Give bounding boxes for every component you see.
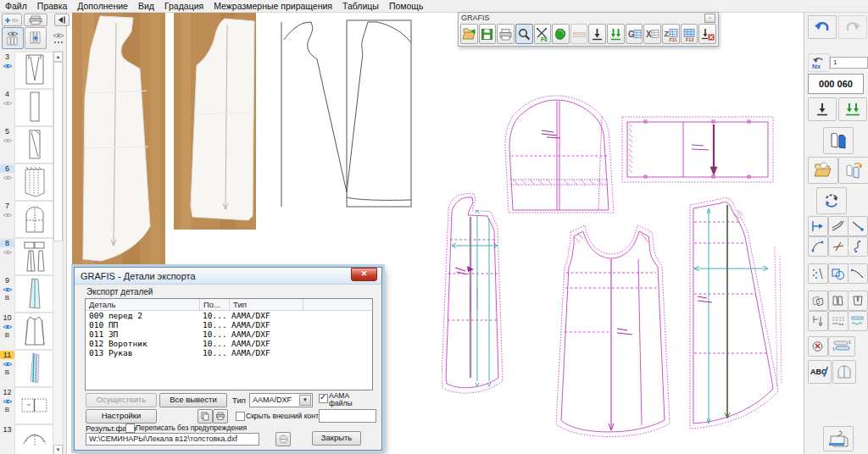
ruler-button[interactable] [570, 24, 588, 44]
piece-item-9[interactable]: 9 B [0, 274, 54, 312]
piece-item-8[interactable]: 8 [0, 237, 54, 274]
piece-thumbnail[interactable] [14, 163, 54, 201]
overwrite-checkbox[interactable] [125, 424, 135, 433]
visibility-eye-icon[interactable] [3, 361, 13, 368]
menu-edit[interactable]: Правка [32, 0, 72, 12]
show-all-pieces-button[interactable] [2, 27, 24, 49]
spline-tool[interactable] [848, 236, 868, 257]
piece-thumbnail[interactable] [14, 387, 54, 424]
piece-thumbnail[interactable] [14, 89, 54, 126]
piece-dart-tool[interactable] [848, 291, 868, 311]
undo-button[interactable] [808, 15, 837, 39]
table-row[interactable]: 011 ЗП10...AAMA/DXF [86, 329, 372, 339]
execute-output-button[interactable]: Осуществить вывод [86, 393, 157, 407]
scrollbar-thumb[interactable] [53, 62, 63, 241]
print-list-button[interactable] [24, 14, 47, 26]
visibility-eye-icon[interactable] [3, 212, 13, 219]
piece-thumbnail[interactable] [14, 350, 54, 387]
column-pos[interactable]: По... [200, 299, 230, 310]
menu-grading[interactable]: Градация [159, 0, 209, 12]
piece-thumbnail[interactable] [14, 201, 54, 238]
table-row[interactable]: 013 Рукав10...AAMA/DXF [86, 348, 372, 357]
menu-view[interactable]: Вид [133, 0, 159, 12]
f12-table-button[interactable]: F12 [681, 24, 698, 44]
parallel-curves-tool[interactable] [828, 216, 849, 236]
save-button[interactable] [479, 24, 497, 44]
close-dialog-button[interactable]: Закрыть [312, 431, 361, 446]
dialog-titlebar[interactable]: GRAFIS - Детали экспорта ✕ [75, 268, 381, 285]
visibility-eye-icon[interactable] [3, 63, 13, 69]
menu-tables[interactable]: Таблицы [337, 0, 384, 12]
layer-order-tool[interactable] [828, 336, 855, 357]
menu-file[interactable]: Файл [0, 0, 32, 12]
menu-intersize[interactable]: Межразмерные приращения [209, 0, 337, 12]
table-row[interactable]: 009 перед 210...AAMA/DXF [86, 311, 372, 320]
column-type[interactable]: Тип [230, 299, 303, 310]
print-button[interactable] [497, 24, 515, 44]
plot-button[interactable] [823, 426, 854, 451]
piece-rotate-tool[interactable] [808, 291, 828, 311]
export-details-table[interactable]: Деталь По... Тип 009 перед 210...AAMA/DX… [85, 298, 373, 390]
show-more-options-button[interactable] [47, 27, 70, 49]
piece-item-10[interactable]: 10 B [0, 312, 54, 349]
piece-pleat-tool[interactable] [828, 291, 849, 311]
piece-thumbnail[interactable] [14, 424, 54, 454]
seam-lines-tool[interactable] [828, 311, 849, 331]
measure-tool[interactable] [808, 311, 828, 331]
piece-item-11[interactable]: 11 B [0, 349, 54, 386]
visibility-eye-icon[interactable] [3, 100, 13, 107]
table-row[interactable]: 010 ПП10...AAMA/DXF [86, 320, 372, 329]
type-dropdown[interactable]: AAMA/DXF▼ [249, 393, 313, 407]
piece-outline-tool[interactable] [832, 360, 856, 384]
hide-outer-contour-checkbox[interactable] [236, 412, 245, 421]
export-single-button[interactable] [588, 24, 606, 44]
scroll-down-button[interactable]: ▼ [53, 445, 63, 454]
delete-piece-tool[interactable] [808, 336, 828, 357]
construction-drawing[interactable] [274, 12, 435, 213]
show-marked-pieces-button[interactable] [25, 27, 47, 49]
column-detail[interactable]: Деталь [86, 299, 200, 310]
piece-item-3[interactable]: 3 [0, 51, 54, 88]
visibility-eye-icon[interactable] [3, 249, 13, 256]
add-view-button[interactable] [2, 14, 22, 26]
piece-item-4[interactable]: 4 [0, 88, 54, 125]
visibility-eye-icon[interactable] [3, 137, 13, 144]
result-path-input[interactable]: W:\СЕМИНАРЫ\Лекала в12\толстовка.dxf [86, 433, 259, 446]
point-on-line-tool[interactable] [808, 216, 828, 236]
arc-points-tool[interactable] [808, 236, 828, 257]
text-tool[interactable]: ABC [808, 360, 832, 384]
piece-button[interactable] [552, 24, 570, 44]
insert-all-button[interactable] [838, 97, 867, 121]
line-point-tool[interactable] [848, 216, 868, 236]
copy-piece-button[interactable] [838, 157, 868, 184]
pattern-piece-front[interactable] [549, 222, 672, 442]
pattern-photo-front[interactable] [72, 13, 165, 264]
settings-button[interactable]: Настройки [86, 409, 157, 424]
export-all-button[interactable] [607, 24, 625, 44]
redo-button[interactable] [838, 15, 867, 39]
table-row[interactable]: 012 Воротник10...AAMA/DXF [86, 339, 372, 348]
pattern-piece-collar[interactable] [620, 114, 775, 185]
piece-thumbnail[interactable] [14, 313, 54, 350]
menu-help[interactable]: Помощь [384, 0, 429, 12]
open-file-button[interactable] [460, 24, 478, 44]
menu-addon[interactable]: Дополнение [72, 0, 133, 12]
piece-item-13[interactable]: 13 [0, 424, 54, 454]
piece-item-6[interactable]: 6 [0, 163, 54, 200]
piece-item-5[interactable]: 5 [0, 125, 54, 163]
toolbar-titlebar[interactable]: GRAFIS ▫ [459, 13, 718, 23]
piece-thumbnail[interactable] [14, 126, 54, 163]
undo-nx-button[interactable]: Nx [808, 53, 830, 72]
points-divide-tool[interactable] [808, 263, 828, 284]
piece-item-12[interactable]: 12 B [0, 386, 54, 424]
toolbar-close-button[interactable]: ▫ [704, 14, 715, 23]
export-delete-button[interactable] [698, 24, 716, 44]
zoom-button[interactable] [515, 24, 533, 44]
thumbnail-scrollbar[interactable]: ▲ ▼ [53, 51, 64, 454]
pieces-manager-button[interactable] [823, 127, 854, 154]
undo-count-input[interactable]: 1 [830, 57, 868, 69]
pattern-piece-back[interactable] [687, 197, 787, 435]
insert-single-button[interactable] [808, 97, 837, 121]
scroll-up-button[interactable]: ▲ [53, 52, 63, 62]
z-table-f11-button[interactable]: Z F11 [662, 24, 680, 44]
